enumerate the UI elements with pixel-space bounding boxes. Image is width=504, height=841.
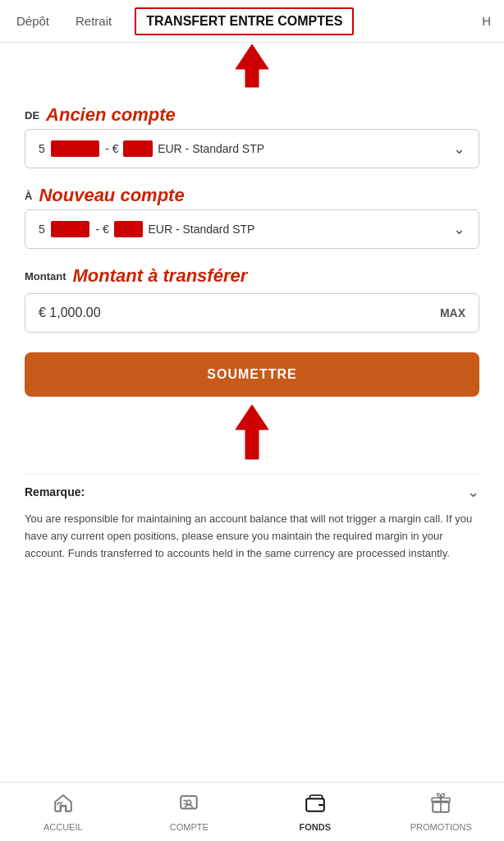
wallet-icon: [305, 793, 326, 819]
annotation-arrow-submit: [25, 403, 479, 461]
nav-compte-label: Compte: [170, 822, 208, 832]
account-icon: [178, 793, 199, 819]
from-title: Ancien compte: [46, 104, 176, 126]
top-navigation: Dépôt Retrait TRANSFERT ENTRE COMPTES H: [0, 0, 504, 43]
to-prefix: À: [25, 190, 32, 202]
tab-transfert[interactable]: TRANSFERT ENTRE COMPTES: [135, 7, 354, 35]
submit-section: SOUMETTRE: [25, 352, 479, 397]
annotation-arrow-top: [0, 43, 504, 88]
remarque-title: Remarque:: [25, 485, 85, 499]
from-prefix: DE: [25, 109, 39, 122]
gift-icon: [430, 793, 451, 819]
nav-more[interactable]: H: [482, 14, 491, 28]
from-label: DE Ancien compte: [25, 104, 479, 126]
nav-fonds-label: FONDS: [300, 822, 332, 832]
tab-depot[interactable]: Dépôt: [13, 2, 53, 39]
from-account-redacted: [51, 140, 99, 157]
amount-title: Montant à transférer: [73, 265, 248, 287]
bottom-navigation: ACCUEIL Compte FONDS: [0, 782, 504, 841]
from-amount-redacted: [123, 140, 153, 157]
from-account-group: DE Ancien compte 5 - € EUR - Standard ST…: [25, 104, 479, 168]
remarque-chevron: ⌄: [467, 483, 479, 501]
from-account-text: 5 - € EUR - Standard STP: [39, 140, 264, 157]
nav-accueil[interactable]: ACCUEIL: [0, 783, 126, 841]
amount-input-box[interactable]: € 1,000.00 MAX: [25, 293, 479, 333]
svg-point-3: [187, 800, 191, 804]
home-icon: [53, 793, 74, 819]
amount-label-row: Montant Montant à transférer: [25, 265, 479, 287]
svg-marker-1: [236, 405, 268, 459]
amount-prefix: Montant: [25, 270, 66, 283]
main-content: DE Ancien compte 5 - € EUR - Standard ST…: [0, 88, 504, 782]
to-account-chevron: ⌄: [453, 220, 465, 238]
to-title: Nouveau compte: [39, 185, 184, 206]
from-account-select[interactable]: 5 - € EUR - Standard STP ⌄: [25, 129, 479, 168]
to-account-text: 5 - € EUR - Standard STP: [39, 221, 254, 237]
svg-point-5: [318, 804, 320, 806]
submit-button[interactable]: SOUMETTRE: [25, 352, 479, 397]
to-account-redacted: [51, 221, 90, 237]
max-button[interactable]: MAX: [440, 306, 465, 319]
nav-promotions[interactable]: Promotions: [378, 783, 505, 841]
tab-retrait[interactable]: Retrait: [72, 2, 115, 39]
svg-marker-0: [236, 44, 268, 87]
nav-accueil-label: ACCUEIL: [44, 822, 83, 832]
nav-compte[interactable]: Compte: [126, 783, 253, 841]
to-account-group: À Nouveau compte 5 - € EUR - Standard ST…: [25, 185, 479, 249]
remarque-header[interactable]: Remarque: ⌄: [25, 474, 479, 506]
amount-value: € 1,000.00: [39, 306, 101, 320]
svg-rect-2: [181, 796, 198, 808]
from-account-chevron: ⌄: [453, 140, 465, 158]
nav-fonds[interactable]: FONDS: [252, 783, 378, 841]
to-account-select[interactable]: 5 - € EUR - Standard STP ⌄: [25, 209, 479, 249]
to-label: À Nouveau compte: [25, 185, 479, 206]
nav-promotions-label: Promotions: [410, 822, 472, 832]
amount-group: Montant Montant à transférer € 1,000.00 …: [25, 265, 479, 333]
remarque-body: You are responsible for maintaining an a…: [25, 511, 479, 562]
to-amount-redacted: [114, 221, 144, 237]
